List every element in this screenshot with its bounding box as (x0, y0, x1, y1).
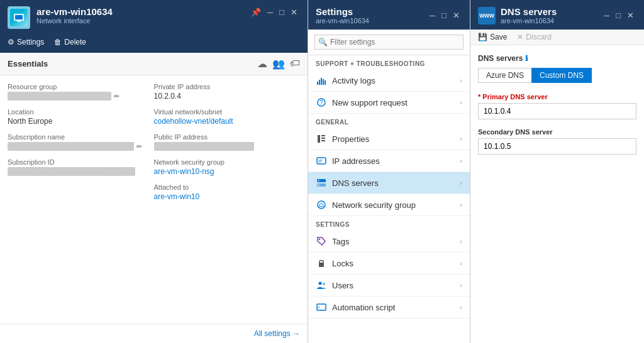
www-text: www (479, 12, 494, 19)
svg-text:>_: >_ (318, 305, 323, 310)
azure-dns-tab[interactable]: Azure DNS (478, 68, 531, 83)
dns-close-button[interactable]: ✕ (625, 9, 636, 21)
settings-item-activity-logs[interactable]: Activity logs › (308, 70, 470, 92)
attached-label: Attached to (154, 183, 301, 191)
ip-icon: IP (316, 155, 327, 166)
vnet-value[interactable]: codehollow-vnet/default (154, 117, 233, 126)
dns-svg (316, 178, 326, 188)
attached-value[interactable]: are-vm-win10 (154, 192, 200, 201)
svg-rect-22 (319, 263, 324, 267)
private-ip-field: Private IP address 10.2.0.4 (154, 83, 301, 101)
tag-icon[interactable]: 🏷 (290, 58, 300, 70)
locks-chevron: › (460, 259, 462, 267)
settings-item-locks[interactable]: Locks › (308, 253, 470, 275)
settings-close-button[interactable]: ✕ (450, 9, 462, 21)
properties-chevron: › (460, 135, 462, 143)
dns-header-icon: www (478, 7, 496, 24)
public-ip-label: Public IP address (154, 133, 301, 141)
subscription-id-value: 11111-000-1111-1111-aaa000000000 (8, 167, 135, 176)
primary-dns-input[interactable] (478, 103, 636, 119)
settings-title: Settings (316, 6, 369, 17)
activity-logs-chevron: › (460, 77, 462, 84)
trash-icon: 🗑 (54, 38, 62, 46)
svg-rect-1 (15, 15, 23, 19)
main-header: are-vm-win10634 Network interface 📌 ─ □ … (0, 0, 308, 34)
main-header-controls: 📌 ─ □ ✕ (248, 6, 300, 18)
location-label: Location (8, 108, 154, 116)
activity-svg (316, 75, 326, 85)
primary-dns-label-text: Primary DNS server (482, 93, 547, 101)
settings-title-group: Settings are-vm-win10634 (316, 6, 369, 24)
settings-search-input[interactable] (314, 35, 464, 50)
svg-rect-3 (317, 82, 318, 85)
all-settings-button[interactable]: All settings → (254, 329, 300, 338)
header-title-group: are-vm-win10634 Network interface (36, 6, 113, 24)
location-field: Location North Europe (8, 108, 154, 126)
resource-group-value: are-vm-win10-conf-resource-rg (8, 92, 111, 101)
secondary-dns-input[interactable] (478, 138, 636, 155)
settings-item-new-support[interactable]: ? New support request › (308, 92, 470, 114)
maximize-button[interactable]: □ (277, 6, 287, 18)
settings-item-nsg[interactable]: Network security group › (308, 194, 470, 216)
settings-item-dns-servers[interactable]: DNS servers › (308, 172, 470, 194)
svg-point-24 (323, 283, 325, 285)
resource-group-row: are-vm-win10-conf-resource-rg ✏ (8, 92, 154, 101)
new-support-left: ? New support request (316, 97, 408, 108)
all-settings-label: All settings → (254, 329, 300, 338)
settings-minimize-button[interactable]: ─ (427, 9, 438, 21)
users-icon[interactable]: 👥 (272, 58, 285, 70)
ip-svg: IP (316, 156, 326, 166)
settings-item-tags[interactable]: Tags › (308, 231, 470, 253)
ip-chevron: › (460, 157, 462, 165)
custom-dns-tab[interactable]: Custom DNS (531, 68, 592, 83)
users-chevron: › (460, 281, 462, 289)
new-support-label: New support request (332, 98, 408, 107)
all-settings-bar: All settings → (0, 324, 308, 343)
svg-text:?: ? (319, 99, 323, 106)
secondary-dns-field: Secondary DNS server (478, 128, 636, 155)
users-left: Users (316, 280, 353, 291)
dns-header-left: www DNS servers are-vm-win10634 (478, 6, 557, 24)
dns-save-button[interactable]: 💾 Save (478, 33, 507, 41)
settings-maximize-button[interactable]: □ (439, 9, 449, 21)
subscription-edit-icon[interactable]: ✏ (136, 143, 142, 151)
automation-svg: >_ (316, 302, 326, 312)
vnet-label: Virtual network/subnet (154, 108, 301, 116)
settings-item-ip-addresses[interactable]: IP IP addresses › (308, 150, 470, 172)
vm-svg (13, 11, 25, 24)
essentials-bar: Essentials ☁ 👥 🏷 (0, 53, 308, 75)
dns-title-group: DNS servers are-vm-win10634 (501, 6, 557, 24)
private-ip-label: Private IP address (154, 83, 301, 90)
section-support-label: SUPPORT + TROUBLESHOOTING (308, 55, 470, 70)
vm-icon-inner (10, 9, 28, 26)
resource-group-edit-icon[interactable]: ✏ (114, 92, 119, 101)
settings-item-automation[interactable]: >_ Automation script › (308, 297, 470, 318)
support-svg: ? (316, 97, 326, 107)
dns-toolbar: 💾 Save ✕ Discard (470, 30, 644, 45)
private-ip-value: 10.2.0.4 (154, 92, 181, 101)
svg-rect-12 (321, 138, 325, 139)
essentials-left: Resource group are-vm-win10-conf-resourc… (8, 83, 154, 316)
tags-label: Tags (332, 237, 349, 246)
pin-button[interactable]: 📌 (248, 6, 264, 18)
dns-panel-subtitle: are-vm-win10634 (501, 17, 557, 24)
nsg-chevron: › (460, 201, 462, 209)
nsg-value[interactable]: are-vm-win10-nsg (154, 167, 214, 176)
delete-button[interactable]: 🗑 Delete (54, 36, 86, 48)
settings-item-properties[interactable]: Properties › (308, 128, 470, 150)
settings-button[interactable]: ⚙ Settings (8, 36, 44, 48)
settings-panel: Settings are-vm-win10634 ─ □ ✕ 🔍 SUPPORT… (308, 0, 470, 343)
users-settings-icon (316, 280, 327, 291)
dns-discard-button[interactable]: ✕ Discard (517, 33, 552, 41)
info-icon[interactable]: ℹ (525, 54, 528, 63)
cloud-icon[interactable]: ☁ (257, 58, 267, 70)
main-panel-title: are-vm-win10634 (36, 6, 113, 17)
settings-scroll: SUPPORT + TROUBLESHOOTING Activity logs … (308, 55, 470, 343)
close-button[interactable]: ✕ (288, 6, 300, 18)
dns-save-label: Save (490, 33, 507, 41)
dns-minimize-button[interactable]: ─ (601, 9, 612, 21)
gear-icon: ⚙ (8, 38, 14, 46)
settings-item-users[interactable]: Users › (308, 275, 470, 297)
minimize-button[interactable]: ─ (265, 6, 275, 18)
dns-maximize-button[interactable]: □ (613, 9, 623, 21)
